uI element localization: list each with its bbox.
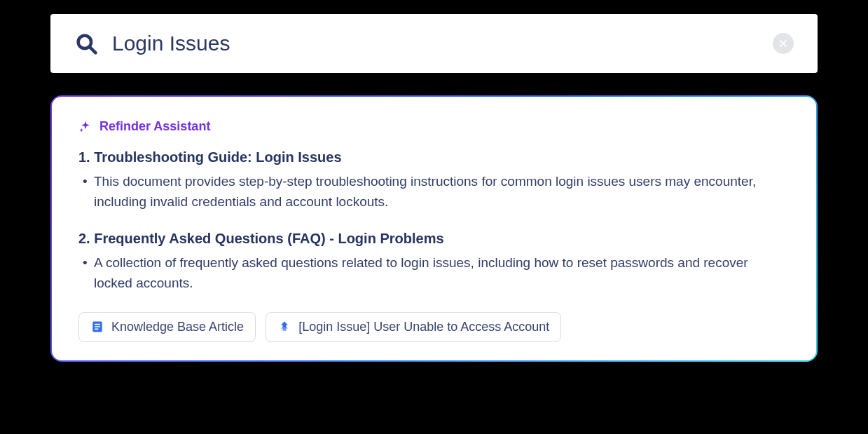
svg-rect-7 xyxy=(95,329,99,330)
svg-rect-5 xyxy=(95,324,100,325)
svg-line-1 xyxy=(90,48,96,53)
assistant-panel: Refinder Assistant 1. Troubleshooting Gu… xyxy=(50,95,818,362)
result-title: 1. Troubleshooting Guide: Login Issues xyxy=(78,149,790,165)
search-icon xyxy=(74,32,98,55)
result-desc: This document provides step-by-step trou… xyxy=(78,171,790,212)
clear-search-button[interactable] xyxy=(773,33,794,54)
result-item: 2. Frequently Asked Questions (FAQ) - Lo… xyxy=(78,231,790,294)
source-chip-jira[interactable]: [Login Issue] User Unable to Access Acco… xyxy=(266,312,561,342)
doc-icon xyxy=(90,320,104,334)
chip-label: Knowledge Base Article xyxy=(111,320,244,334)
chip-label: [Login Issue] User Unable to Access Acco… xyxy=(298,320,549,334)
jira-icon xyxy=(277,320,291,334)
result-desc: A collection of frequently asked questio… xyxy=(78,252,790,294)
search-input[interactable] xyxy=(112,32,773,55)
source-chips: Knowledge Base Article [Login Issue] Use… xyxy=(78,312,790,342)
source-chip-doc[interactable]: Knowledge Base Article xyxy=(78,312,256,342)
result-item: 1. Troubleshooting Guide: Login Issues T… xyxy=(78,149,790,212)
search-bar xyxy=(50,14,818,73)
assistant-header: Refinder Assistant xyxy=(78,119,790,134)
assistant-title: Refinder Assistant xyxy=(99,119,210,134)
sparkle-icon xyxy=(78,120,92,134)
svg-rect-6 xyxy=(95,326,100,327)
result-title: 2. Frequently Asked Questions (FAQ) - Lo… xyxy=(78,231,790,247)
